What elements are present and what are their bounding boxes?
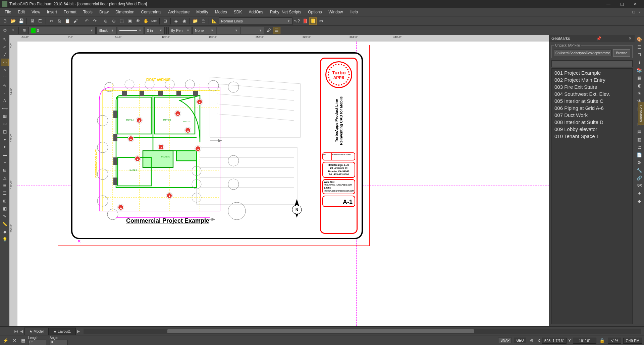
save-icon[interactable]: 💾	[17, 17, 25, 25]
sphere-icon[interactable]: ●	[1, 136, 9, 143]
drawing-canvas[interactable]: FIRST AVENUE BROWNWOOD AVE. SUITE A SUIT…	[17, 42, 549, 326]
tab-first-icon[interactable]: ⏮	[13, 329, 19, 334]
undo-icon[interactable]: ↶	[83, 17, 90, 25]
list-item[interactable]: 004 Southwest Ext. Elev.	[552, 90, 632, 97]
materials-icon[interactable]: ◐	[636, 82, 643, 89]
geomark-pin[interactable]: ▴	[185, 127, 191, 133]
palette-icon[interactable]: 🎨	[636, 36, 643, 43]
geomarks-vtab[interactable]: GeoMarks	[638, 102, 644, 125]
dimension-icon[interactable]: ⟷	[1, 105, 9, 112]
geomark-pin[interactable]: ▴	[197, 99, 203, 105]
list-item[interactable]: 001 Project Example	[552, 69, 632, 76]
sb-icon3[interactable]: ▦	[19, 337, 27, 344]
penstyle-combo[interactable]: By Pen ▼	[168, 27, 192, 34]
copy-icon[interactable]: ⎘	[56, 17, 63, 25]
menu-help[interactable]: Help	[346, 9, 361, 15]
rectangle-icon[interactable]: ▭	[1, 59, 9, 66]
geomark-pin[interactable]: ▴	[195, 146, 201, 152]
grid-icon[interactable]: ⊞	[161, 17, 169, 25]
stack-icon[interactable]: ☰	[273, 27, 280, 34]
3d-icon[interactable]: 3D	[1, 120, 9, 128]
menu-file[interactable]: File	[1, 9, 14, 15]
snap-icon[interactable]: ◈	[172, 17, 180, 25]
extra-combo2[interactable]: ▼	[241, 27, 264, 34]
minimize-button[interactable]: —	[602, 0, 615, 8]
new-icon[interactable]: 🗋	[1, 17, 9, 25]
panel-header[interactable]: GeoMarks 📌 ×	[549, 35, 635, 42]
r5-icon[interactable]: ▥	[636, 136, 643, 143]
horizontal-scrollbar[interactable]	[84, 329, 641, 334]
zoom-in-icon[interactable]: ⊕	[102, 17, 109, 25]
r11-icon[interactable]: 🗺	[636, 182, 643, 189]
book-icon[interactable]: 📕	[301, 17, 309, 25]
tab-model[interactable]: ★ Model	[24, 328, 49, 335]
brush-combo[interactable]: None ▼	[193, 27, 216, 34]
measure2-icon[interactable]: 📏	[1, 220, 9, 228]
geomark-pin[interactable]: ▴	[128, 136, 134, 142]
geomarks-search-input[interactable]	[551, 60, 633, 67]
lock-icon[interactable]: 🔒	[598, 337, 606, 344]
menu-tools[interactable]: Tools	[80, 9, 96, 15]
text-icon[interactable]: A	[1, 97, 9, 105]
select-cursor-icon[interactable]: ⬀	[1, 43, 9, 51]
cut-icon[interactable]: ✂	[48, 17, 55, 25]
pencolor-combo[interactable]: Black ▼	[96, 27, 116, 34]
menu-modify[interactable]: Modify	[193, 9, 211, 15]
r6-icon[interactable]: 🗂	[636, 143, 643, 151]
box-icon[interactable]: ◫	[1, 128, 9, 135]
format-painter-icon[interactable]: 🖌	[72, 17, 79, 25]
coord-mode-icon[interactable]: ⊕	[528, 337, 536, 344]
measure-icon[interactable]: 📐	[211, 17, 218, 25]
linestyle-combo[interactable]: Normal Lines ▼	[219, 17, 292, 25]
list-item[interactable]: 002 Project Main Entry	[552, 76, 632, 83]
paint-icon[interactable]: 🖊	[265, 27, 272, 34]
menu-modes[interactable]: Modes	[212, 9, 230, 15]
folder2-icon[interactable]: 🗀	[200, 17, 207, 25]
spell-icon[interactable]: ABC	[150, 17, 158, 25]
length-input[interactable]	[28, 340, 46, 345]
stair-icon[interactable]: ≣	[1, 182, 9, 189]
circle-icon[interactable]: ○	[1, 66, 9, 74]
filepath-input[interactable]	[554, 50, 612, 56]
menu-insert[interactable]: Insert	[44, 9, 60, 15]
blocks-icon[interactable]: ▦	[636, 74, 643, 81]
hatch-icon[interactable]: ▦	[1, 113, 9, 120]
menu-addons[interactable]: AddOns	[245, 9, 266, 15]
point-icon[interactable]: ·	[1, 89, 9, 97]
geomark-pin[interactable]: ▴	[136, 117, 142, 123]
menu-edit[interactable]: Edit	[14, 9, 28, 15]
curve-icon[interactable]: ∿	[1, 82, 9, 89]
dropdown-icon[interactable]: ▼	[9, 27, 17, 34]
scroll-thumb[interactable]	[167, 329, 474, 333]
light-icon[interactable]: 💡	[1, 236, 9, 243]
mail-icon[interactable]: ✉	[317, 17, 325, 25]
menu-constraints[interactable]: Constraints	[138, 9, 165, 15]
group-icon[interactable]: ⊞	[1, 197, 9, 205]
misc-icon[interactable]: ✎	[1, 213, 9, 220]
mdi-minimize[interactable]: _	[625, 9, 631, 15]
open-icon[interactable]: 📂	[9, 17, 17, 25]
select-icon[interactable]: ↖?	[293, 17, 301, 25]
info-icon[interactable]: ℹ	[636, 59, 643, 66]
list-item[interactable]: 005 Interior at Suite C	[552, 97, 632, 105]
menu-window[interactable]: Window	[325, 9, 346, 15]
pointer-icon[interactable]: ↖	[1, 36, 9, 43]
menu-architecture[interactable]: Architecture	[165, 9, 193, 15]
close-button[interactable]: ✕	[629, 0, 642, 8]
r8-icon[interactable]: ⚙	[636, 159, 643, 166]
lineweight-combo[interactable]: 0 in ▼	[145, 27, 165, 34]
zoom-window-icon[interactable]: ⬚	[118, 17, 125, 25]
extra-combo1[interactable]: ▼	[217, 27, 240, 34]
menu-ruby[interactable]: Ruby .Net Scripts	[267, 9, 305, 15]
lights-icon[interactable]: ☀	[636, 89, 643, 97]
window-icon[interactable]: ⊟	[1, 166, 9, 174]
view-icon[interactable]: 👁	[134, 17, 142, 25]
menu-dimension[interactable]: Dimension	[112, 9, 138, 15]
r10-icon[interactable]: 🔗	[636, 174, 643, 182]
sb-icon2[interactable]: ✕	[11, 337, 18, 344]
notes-icon[interactable]: 📒	[309, 17, 317, 25]
linetype-combo[interactable]: ▼	[117, 27, 144, 34]
gear-icon[interactable]: ⚙	[1, 27, 9, 34]
arc-icon[interactable]: ⌒	[1, 74, 9, 81]
geo-toggle[interactable]: GEO	[514, 338, 526, 343]
